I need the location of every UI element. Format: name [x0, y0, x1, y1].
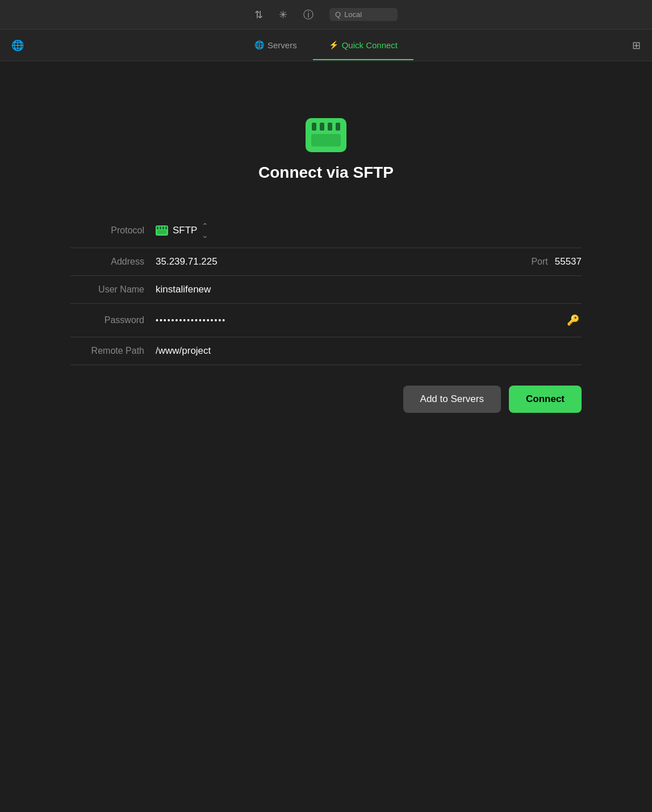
- grid-icon[interactable]: ⊞: [632, 39, 641, 52]
- nav-bar: 🌐 🌐 Servers ⚡ Quick Connect ⊞: [0, 30, 652, 61]
- proto-pin-2: [160, 227, 161, 229]
- remote-path-row: Remote Path /www/project: [70, 337, 582, 365]
- username-label: User Name: [70, 284, 156, 295]
- transfer-icon[interactable]: ⇅: [254, 9, 263, 21]
- search-label: Local: [344, 10, 362, 19]
- main-content: Connect via SFTP Protocol SFTP ⌃⌄: [0, 61, 652, 413]
- sftp-icon-body: [311, 134, 341, 147]
- protocol-selector[interactable]: SFTP ⌃⌄: [156, 221, 208, 240]
- servers-tab-label: Servers: [268, 40, 297, 50]
- pin-1: [312, 123, 316, 131]
- protocol-icon-pins: [157, 227, 167, 229]
- add-to-servers-button[interactable]: Add to Servers: [403, 386, 501, 413]
- sftp-icon: [306, 118, 346, 152]
- password-label: Password: [70, 315, 156, 325]
- address-value[interactable]: 35.239.71.225: [156, 256, 531, 267]
- globe-icon-left[interactable]: 🌐: [11, 39, 24, 52]
- remote-path-value[interactable]: /www/project: [156, 345, 582, 357]
- quick-connect-tab-label: Quick Connect: [342, 40, 398, 50]
- protocol-sftp-icon: [156, 225, 168, 236]
- password-field-row: •••••••••••••••••• 🔑: [156, 312, 582, 329]
- port-label: Port: [531, 257, 547, 267]
- quick-connect-tab-icon: ⚡: [329, 40, 338, 49]
- proto-pin-4: [165, 227, 167, 229]
- address-label: Address: [70, 257, 156, 267]
- nav-tabs: 🌐 Servers ⚡ Quick Connect: [239, 31, 413, 60]
- password-row: Password •••••••••••••••••• 🔑: [70, 304, 582, 337]
- port-group: Port 55537: [531, 256, 582, 267]
- username-value[interactable]: kinstalifenew: [156, 284, 582, 295]
- search-icon: Q: [335, 10, 341, 19]
- button-row: Add to Servers Connect: [70, 386, 582, 413]
- proto-pin-3: [162, 227, 164, 229]
- pin-3: [328, 123, 332, 131]
- chevron-updown-icon: ⌃⌄: [202, 221, 208, 240]
- search-bar[interactable]: Q Local: [329, 8, 398, 21]
- servers-tab-icon: 🌐: [254, 40, 264, 49]
- protocol-row: Protocol SFTP ⌃⌄: [70, 214, 582, 248]
- password-dots[interactable]: ••••••••••••••••••: [156, 316, 565, 325]
- sftp-icon-pins: [312, 123, 340, 131]
- pin-4: [336, 123, 340, 131]
- proto-pin-1: [157, 227, 158, 229]
- port-value[interactable]: 55537: [555, 256, 582, 267]
- info-icon[interactable]: ⓘ: [303, 8, 314, 22]
- protocol-label: Protocol: [70, 225, 156, 236]
- form-container: Protocol SFTP ⌃⌄ Address 35.239.71.225: [70, 214, 582, 365]
- username-row: User Name kinstalifenew: [70, 276, 582, 304]
- connect-title: Connect via SFTP: [258, 164, 394, 182]
- address-row: Address 35.239.71.225 Port 55537: [70, 248, 582, 276]
- loading-icon[interactable]: ✳: [279, 9, 287, 21]
- key-icon[interactable]: 🔑: [565, 312, 582, 329]
- connect-button[interactable]: Connect: [509, 386, 582, 413]
- pin-2: [320, 123, 324, 131]
- connection-icon-area: Connect via SFTP: [258, 118, 394, 200]
- proto-icon-body: [157, 230, 166, 234]
- tab-quick-connect[interactable]: ⚡ Quick Connect: [313, 31, 413, 60]
- title-bar: ⇅ ✳ ⓘ Q Local: [0, 0, 652, 30]
- tab-servers[interactable]: 🌐 Servers: [239, 31, 313, 60]
- protocol-value: SFTP: [173, 225, 197, 236]
- remote-path-label: Remote Path: [70, 346, 156, 356]
